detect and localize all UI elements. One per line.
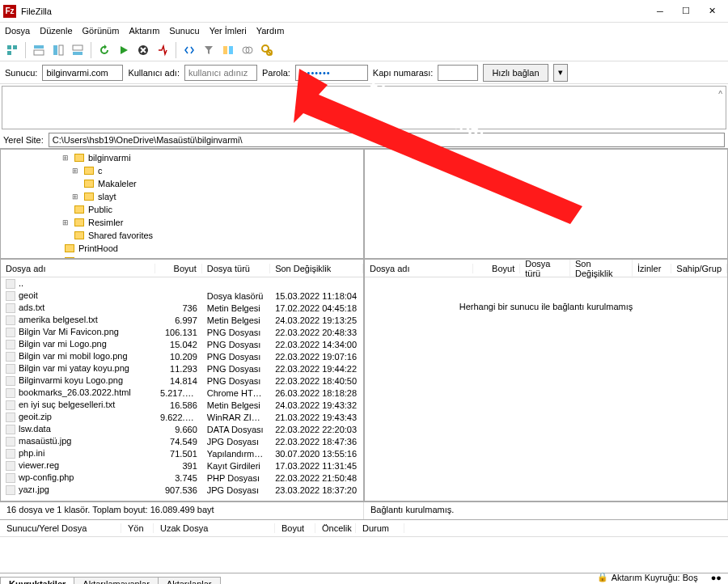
quickconnect-bar: Sunucu: Kullanıcı adı: Parola: Kapı numa… (0, 61, 728, 84)
tree-item[interactable]: Makaleler (4, 177, 360, 190)
menu-server[interactable]: Sunucu (169, 26, 199, 36)
svg-rect-7 (73, 45, 83, 50)
refresh-icon[interactable] (95, 41, 113, 59)
sync-browse-icon[interactable] (239, 41, 256, 59)
rcol-type[interactable]: Dosya türü (520, 259, 570, 278)
port-label: Kapı numarası: (373, 68, 434, 78)
qcol-size[interactable]: Boyut (275, 523, 315, 533)
maximize-button[interactable]: ☐ (673, 2, 699, 21)
menu-help[interactable]: Yardım (256, 26, 285, 36)
rcol-own[interactable]: Sahip/Grup (671, 264, 727, 273)
col-type[interactable]: Dosya türü (202, 264, 270, 273)
tree-item[interactable]: ⊞Resimler (4, 216, 360, 229)
disconnect-icon[interactable] (154, 41, 171, 59)
remote-status: Bağlantı kurulmamış. (364, 502, 728, 519)
rcol-name[interactable]: Dosya adı (365, 264, 473, 273)
file-row[interactable]: Bilgin Var Mi Favicon.png106.131PNG Dosy… (1, 326, 363, 338)
rcol-size[interactable]: Boyut (473, 264, 520, 273)
qcol-direction[interactable]: Yön (121, 523, 154, 533)
local-file-list[interactable]: Dosya adı Boyut Dosya türü Son Değişikli… (0, 259, 364, 501)
svg-rect-8 (73, 52, 83, 55)
menu-file[interactable]: Dosya (5, 26, 30, 36)
menu-bookmarks[interactable]: Yer İmleri (210, 26, 247, 36)
qcol-server[interactable]: Sunucu/Yerel Dosya (0, 523, 121, 533)
local-site-input[interactable] (49, 133, 725, 147)
queue-header: Sunucu/Yerel Dosya Yön Uzak Dosya Boyut … (0, 519, 728, 537)
status-strip: 16 dosya ve 1 klasör. Toplam boyut: 16.0… (0, 501, 728, 519)
file-row[interactable]: geoitDosya klasörü15.03.2022 11:18:04 (1, 290, 363, 302)
tab-success[interactable]: Aktarılanlar (158, 577, 221, 584)
file-row[interactable]: php.ini71.501Yapılandırma ayarl...30.07.… (1, 447, 363, 459)
svg-rect-4 (34, 50, 44, 55)
message-log[interactable]: ^ (2, 86, 726, 129)
file-row[interactable]: Bilginvarmi koyu Logo.png14.814PNG Dosya… (1, 375, 363, 387)
pass-label: Parola: (262, 68, 290, 78)
col-mod[interactable]: Son Değişiklik (270, 264, 363, 273)
menu-transfer[interactable]: Aktarım (129, 26, 159, 36)
tree-item[interactable]: Public (4, 203, 360, 216)
user-label: Kullanıcı adı: (128, 68, 180, 78)
reconnect-icon[interactable] (180, 41, 198, 59)
menu-view[interactable]: Görünüm (83, 26, 120, 36)
rcol-perm[interactable]: İzinler (633, 264, 671, 273)
file-row[interactable]: lsw.data9.660DATA Dosyası22.03.2022 22:2… (1, 423, 363, 435)
remote-empty-message: Herhangi bir sunucu ile bağlantı kurulma… (365, 302, 727, 311)
lock-icon: 🔒 (597, 572, 608, 582)
svg-rect-0 (7, 45, 11, 49)
col-size[interactable]: Boyut (155, 264, 202, 273)
tree-item[interactable]: ⊞slayt (4, 190, 360, 203)
host-input[interactable] (42, 65, 123, 81)
file-row[interactable]: yazı.jpg907.536JPG Dosyası23.03.2022 18:… (1, 484, 363, 496)
svg-rect-1 (13, 45, 17, 49)
pass-input[interactable] (295, 65, 368, 81)
tree-item[interactable]: Shared favorites (4, 229, 360, 242)
process-queue-icon[interactable] (115, 41, 133, 59)
cancel-icon[interactable] (134, 41, 152, 59)
file-row[interactable]: wp-config.php3.745PHP Dosyası22.03.2022 … (1, 472, 363, 484)
quickconnect-button[interactable]: Hızlı bağlan (483, 64, 548, 82)
file-row[interactable]: en iyi suç belgeselleri.txt16.586Metin B… (1, 399, 363, 411)
tab-failed[interactable]: Aktarılamayanlar (74, 577, 159, 584)
queue-status-text: Aktarım Kuyruğu: Boş (612, 573, 698, 582)
file-row[interactable]: bookmarks_26.03.2022.html5.217.700Chrome… (1, 387, 363, 399)
compare-icon[interactable] (219, 41, 237, 59)
local-site-bar: Yerel Site: (0, 131, 728, 149)
file-row[interactable]: viewer.reg391Kayıt Girdileri17.03.2022 1… (1, 459, 363, 472)
toggle-log-icon[interactable] (30, 41, 48, 59)
file-row[interactable]: amerika belgesel.txt6.997Metin Belgesi24… (1, 314, 363, 326)
qcol-state[interactable]: Durum (356, 523, 404, 533)
bottom-status: 🔒 Aktarım Kuyruğu: Boş ●● (597, 572, 722, 582)
remote-file-list[interactable]: Dosya adı Boyut Dosya türü Son Değişikli… (364, 259, 728, 501)
qcol-remote[interactable]: Uzak Dosya (154, 523, 275, 533)
filter-icon[interactable] (200, 41, 218, 59)
qcol-priority[interactable]: Öncelik (315, 523, 356, 533)
minimize-button[interactable]: ─ (647, 2, 673, 21)
file-row[interactable]: .. (1, 277, 363, 290)
file-row[interactable]: ads.txt736Metin Belgesi17.02.2022 04:45:… (1, 302, 363, 314)
toggle-tree-icon[interactable] (49, 41, 67, 59)
queue-body[interactable] (0, 537, 728, 573)
file-row[interactable]: geoit.zip9.622.609WinRAR ZIP arşivi21.03… (1, 411, 363, 423)
quickconnect-dropdown[interactable]: ▾ (553, 64, 568, 82)
tree-item[interactable]: PrintHood (4, 242, 360, 255)
rcol-mod[interactable]: Son Değişiklik (570, 259, 633, 278)
remote-tree-pane[interactable] (364, 149, 728, 259)
tree-item[interactable]: ⊞c (4, 164, 360, 177)
sitemanager-icon[interactable] (3, 41, 21, 59)
file-row[interactable]: Bilgin var mi Logo.png15.042PNG Dosyası2… (1, 338, 363, 350)
close-button[interactable]: ✕ (699, 2, 725, 21)
local-tree-pane[interactable]: ⊞bilginvarmi⊞cMakaleler⊞slaytPublic⊞Resi… (0, 149, 364, 259)
search-icon[interactable] (258, 41, 276, 59)
file-row[interactable]: masaüstü.jpg74.549JPG Dosyası22.03.2022 … (1, 435, 363, 447)
svg-rect-2 (7, 51, 11, 55)
svg-rect-5 (53, 45, 57, 55)
menu-edit[interactable]: Düzenle (40, 26, 72, 36)
user-input[interactable] (184, 65, 257, 81)
port-input[interactable] (438, 65, 478, 81)
file-row[interactable]: Bilgin var mi yatay koyu.png11.293PNG Do… (1, 362, 363, 375)
tree-item[interactable]: ⊞bilginvarmi (4, 151, 360, 164)
file-row[interactable]: Bilgin var mi mobil logo.png10.209PNG Do… (1, 350, 363, 362)
toggle-queue-icon[interactable] (69, 41, 87, 59)
col-name[interactable]: Dosya adı (1, 264, 155, 273)
tab-queued[interactable]: Kuyruktakiler (0, 577, 74, 584)
